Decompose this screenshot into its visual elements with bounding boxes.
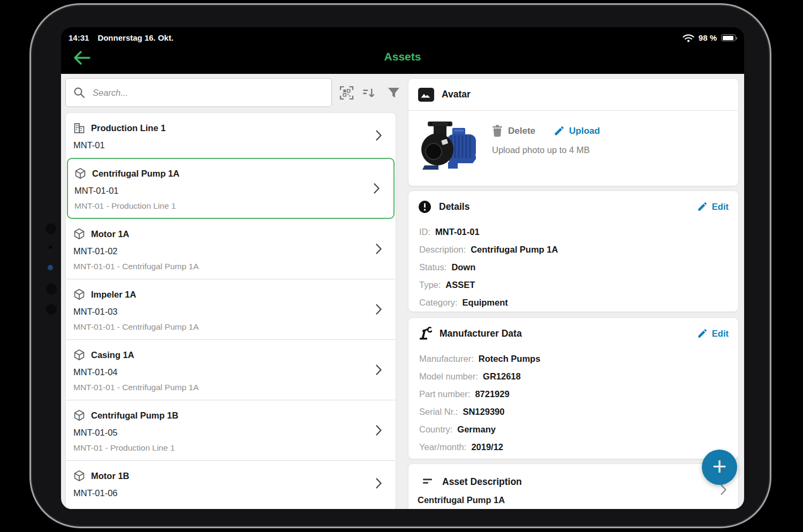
cube-icon (73, 409, 85, 421)
add-asset-fab[interactable]: + (702, 450, 737, 485)
detail-field-type: Type:ASSET (419, 276, 729, 294)
nav-bar: Assets (61, 43, 744, 74)
cube-icon (73, 470, 85, 482)
manufacturer-edit-button[interactable]: Edit (697, 329, 729, 339)
upload-hint: Upload photo up to 4 MB (492, 145, 600, 155)
edit-label: Edit (712, 329, 729, 339)
chevron-right-icon (376, 304, 382, 315)
manu-field-manufacturer: Manufacturer:Rotech Pumps (419, 350, 729, 368)
asset-parent: MNT-01-01 - Centrifugal Pump 1A (73, 262, 371, 271)
front-camera (48, 265, 53, 270)
asset-title: Motor 1B (91, 471, 130, 481)
details-edit-button[interactable]: Edit (697, 202, 729, 212)
search-box[interactable] (65, 78, 332, 107)
list-item-centrifugal-pump-1a-selected[interactable]: Centrifugal Pump 1A MNT-01-01 MNT-01 - P… (67, 158, 395, 219)
text-lines-icon (422, 477, 435, 487)
details-card-title: Details (439, 201, 469, 212)
upload-label: Upload (569, 126, 600, 136)
asset-title: Casing 1A (91, 350, 134, 360)
pencil-icon (697, 329, 707, 339)
chevron-right-icon (376, 364, 382, 375)
list-item-centrifugal-pump-1b[interactable]: Centrifugal Pump 1B MNT-01-05 MNT-01 - P… (66, 400, 396, 460)
battery-percent: 98 % (699, 33, 717, 42)
edit-label: Edit (712, 202, 729, 212)
asset-parent: MNT-01 - Production Line 1 (74, 201, 370, 211)
asset-description-card[interactable]: Asset Description Centrifugal Pump 1A (408, 463, 739, 509)
page-title: Assets (61, 50, 744, 63)
asset-title: Production Line 1 (91, 123, 165, 133)
filter-icon[interactable] (388, 87, 400, 98)
wifi-icon (683, 34, 694, 42)
cube-icon (74, 168, 86, 179)
asset-title: Centrifugal Pump 1B (91, 411, 178, 421)
robot-arm-icon (418, 326, 432, 340)
status-bar: 14:31 Donnerstag 16. Okt. 98 % (61, 27, 744, 43)
manufacturer-card-title: Manufacturer Data (440, 328, 522, 339)
asset-parent: MNT-01-01 - Centrifugal Pump 1A (73, 383, 371, 392)
manu-field-country: Country:Germany (419, 421, 729, 438)
asset-parent: MNT-01 - Production Line 1 (73, 443, 371, 453)
cube-icon (73, 288, 85, 300)
chevron-right-icon (376, 130, 382, 141)
asset-parent: MNT-01-01 - Centrifugal Pump 1A (73, 322, 371, 332)
asset-id: MNT-01-03 (73, 307, 371, 317)
list-item-casing-1a[interactable]: Casing 1A MNT-01-04 MNT-01-01 - Centrifu… (66, 340, 396, 400)
screen: 14:31 Donnerstag 16. Okt. 98 % Assets (61, 27, 744, 509)
manufacturer-card: Manufacturer Data Edit Manufacturer:Rote… (408, 317, 739, 459)
avatar-card: Avatar (408, 78, 739, 186)
pencil-icon (697, 202, 707, 212)
asset-id: MNT-01 (73, 140, 371, 150)
list-item-motor-1a[interactable]: Motor 1A MNT-01-02 MNT-01-01 - Centrifug… (66, 219, 396, 279)
plus-icon: + (713, 454, 727, 478)
sort-icon[interactable] (361, 86, 376, 100)
detail-field-id: ID:MNT-01-01 (419, 223, 729, 241)
status-date: Donnerstag 16. Okt. (97, 33, 173, 42)
search-row (65, 78, 400, 107)
manu-field-model: Model number:GR12618 (419, 368, 729, 385)
image-icon (418, 88, 434, 102)
list-item-motor-1b[interactable]: Motor 1B MNT-01-06 (66, 461, 396, 506)
asset-id: MNT-01-04 (73, 367, 371, 377)
detail-field-status: Status:Down (419, 259, 729, 276)
details-card: Details Edit ID:MNT-01-01 Description:Ce… (408, 191, 739, 312)
cube-icon (73, 228, 85, 240)
tablet-frame: 14:31 Donnerstag 16. Okt. 98 % Assets (29, 3, 771, 528)
status-time: 14:31 (69, 33, 89, 42)
factory-icon (73, 122, 85, 134)
asset-title: Centrifugal Pump 1A (92, 169, 179, 179)
manu-field-serial: Serial Nr.:SN129390 (419, 403, 729, 421)
bezel-mic-dot (49, 246, 52, 249)
bezel-sensor-dot (46, 223, 56, 234)
list-item-impeler-1a[interactable]: Impeler 1A MNT-01-03 MNT-01-01 - Centrif… (66, 279, 396, 339)
detail-field-category: Category:Equipment (419, 294, 729, 311)
detail-field-description: Description:Centrifugal Pump 1A (419, 241, 729, 259)
asset-id: MNT-01-05 (73, 428, 371, 438)
chevron-right-icon (721, 484, 726, 497)
bezel-sensor-dot (46, 304, 57, 315)
chevron-right-icon (376, 244, 382, 254)
asset-id: MNT-01-02 (73, 246, 371, 256)
asset-id: MNT-01-01 (74, 186, 370, 196)
asset-description-value: Centrifugal Pump 1A (408, 492, 738, 505)
chevron-right-icon (376, 478, 382, 489)
description-card-title: Asset Description (442, 476, 522, 488)
manu-field-part: Part number:8721929 (419, 385, 729, 403)
delete-label: Delete (508, 126, 535, 136)
cube-icon (73, 349, 85, 361)
qr-scan-icon[interactable] (339, 86, 354, 100)
upload-button[interactable]: Upload (554, 126, 600, 136)
chevron-right-icon (376, 425, 382, 436)
asset-id: MNT-01-06 (73, 488, 371, 498)
asset-title: Impeler 1A (91, 290, 136, 300)
pump-photo (417, 116, 480, 174)
chevron-right-icon (374, 183, 380, 194)
search-input[interactable] (92, 87, 324, 98)
trash-icon (492, 125, 503, 137)
asset-list: Production Line 1 MNT-01 Centrifugal Pum… (65, 112, 396, 509)
asset-title: Motor 1A (91, 229, 130, 239)
search-icon (73, 87, 85, 98)
delete-button[interactable]: Delete (492, 125, 535, 137)
content-area: Production Line 1 MNT-01 Centrifugal Pum… (61, 74, 744, 509)
list-item-production-line-1[interactable]: Production Line 1 MNT-01 (66, 113, 396, 158)
battery-icon (721, 34, 736, 41)
